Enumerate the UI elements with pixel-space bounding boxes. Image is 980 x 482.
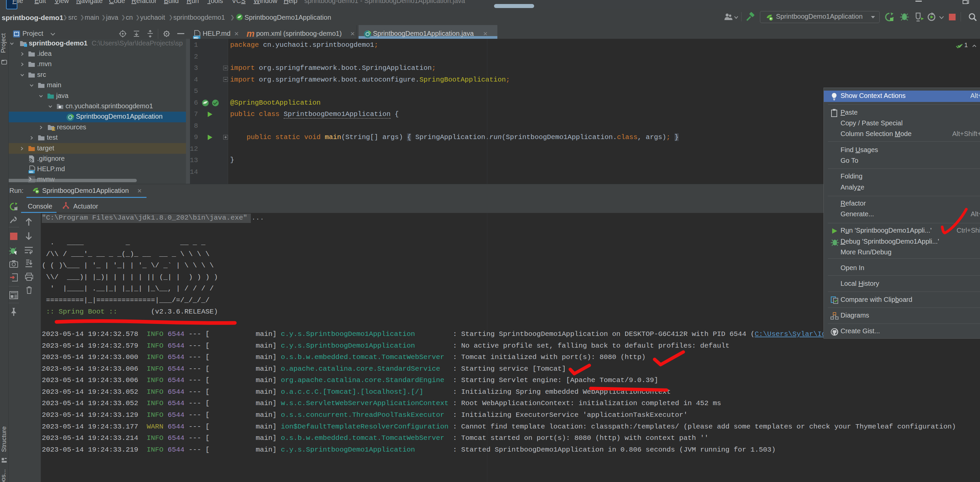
svg-text:MD: MD [29,170,33,173]
